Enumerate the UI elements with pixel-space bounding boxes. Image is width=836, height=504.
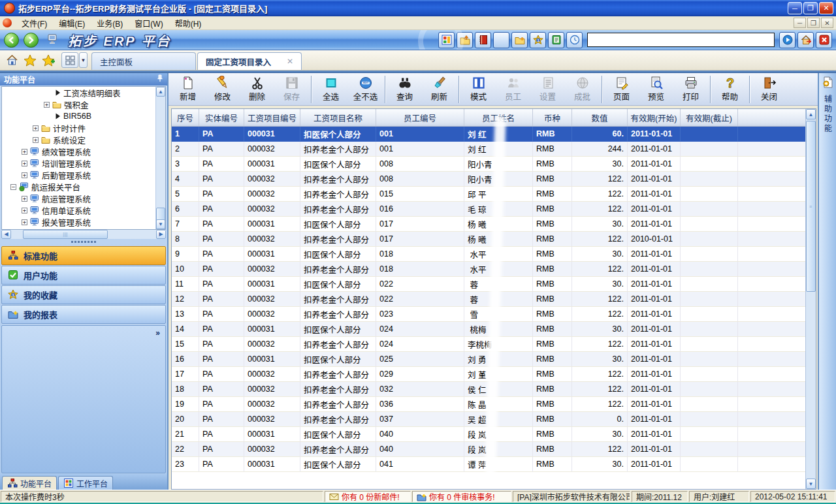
table-scroll-thumb[interactable]: ≡ (806, 121, 816, 292)
menu-item-帮助(H)[interactable]: 帮助(H) (169, 16, 208, 30)
tree-toggle-expand-icon[interactable]: + (22, 161, 27, 166)
tree-item-系统设定[interactable]: +系统设定 (2, 134, 165, 146)
table-row[interactable]: 9PA000031扣医保个人部分018 水平RMB30.2011-01-01 (172, 247, 816, 262)
tree-item-报关管理系统[interactable]: +报关管理系统 (2, 216, 165, 228)
tree-item-航运报关平台[interactable]: −航运报关平台 (2, 181, 165, 193)
home-icon[interactable] (4, 52, 20, 68)
menu-item-文件(F)[interactable]: 文件(F) (16, 16, 53, 30)
nav-go-icon[interactable] (779, 32, 796, 48)
tree-toggle-expand-icon[interactable]: + (22, 196, 27, 202)
table-row[interactable]: 21PA000031扣医保个人部分040段 岚RMB30.2011-01-01 (172, 427, 816, 442)
scroll-down-icon[interactable]: ▼ (806, 479, 816, 489)
table-row[interactable]: 16PA000031扣医保个人部分025刘 勇RMB30.2011-01-01 (172, 352, 816, 367)
nav-folder-add-icon[interactable] (511, 32, 528, 48)
console-icon[interactable] (44, 31, 60, 47)
toolbar-button-刷新[interactable]: 刷新 (422, 74, 457, 104)
toolbar-button-删除[interactable]: 删除 (240, 74, 274, 104)
tree-item-培训管理系统[interactable]: +培训管理系统 (2, 157, 165, 169)
tree-toggle-expand-icon[interactable]: + (22, 208, 27, 213)
sidebar-panel-我的收藏[interactable]: 1我的收藏 (1, 285, 166, 304)
tab-layout-dropdown[interactable]: ▼ (79, 52, 88, 68)
mdi-close-button[interactable]: ✕ (821, 18, 833, 28)
toolbar-button-关闭[interactable]: 关闭 (752, 74, 786, 104)
column-header-实体编号[interactable]: 实体编号 (199, 109, 244, 126)
pin-icon[interactable] (157, 74, 163, 84)
nav-exit-icon[interactable] (816, 32, 832, 48)
toolbar-button-预览[interactable]: 预览 (639, 74, 673, 104)
forward-button[interactable] (24, 33, 39, 48)
tree-toggle-expand-icon[interactable]: + (22, 149, 27, 155)
tree-vertical-scrollbar[interactable]: ▲ ≡ ▼ (155, 87, 165, 229)
table-row[interactable]: 3PA000031扣医保个人部分008阳小青RMB30.2011-01-01 (172, 157, 816, 172)
nav-favorite-1-icon[interactable]: 1 (530, 32, 546, 48)
scroll-down-icon[interactable]: ▼ (156, 219, 165, 229)
tree-item-强积金[interactable]: +强积金 (2, 99, 165, 110)
column-header-有效期(截止)[interactable]: 有效期(截止) (681, 109, 738, 126)
column-header-工资项目名称[interactable]: 工资项目名称 (300, 109, 376, 126)
minimize-button[interactable]: ─ (788, 2, 802, 14)
bottom-tab-工作平台[interactable]: 工作平台 (58, 476, 113, 490)
table-row[interactable]: 20PA000032扣养老金个人部分037吴 超RMB0.2011-01-01 (172, 412, 816, 427)
tree-hscroll-thumb[interactable]: |||| (23, 230, 108, 239)
table-row[interactable]: 2PA000032扣养老金个人部分001刘 红RMB244.2011-01-01 (172, 142, 816, 157)
toolbar-button-查询[interactable]: 查询 (387, 74, 422, 104)
scroll-right-icon[interactable]: ▶ (156, 230, 166, 239)
table-row[interactable]: 4PA000032扣养老金个人部分008阳小青RMB122.2011-01-01 (172, 172, 816, 187)
table-row[interactable]: 18PA000032扣养老金个人部分032侯 仁RMB122.2011-01-0… (172, 382, 816, 397)
mdi-restore-button[interactable]: ❐ (807, 18, 820, 28)
table-row[interactable]: 5PA000032扣养老金个人部分015邱 平RMB122.2011-01-01 (172, 187, 816, 202)
tree-item-信用单证系统[interactable]: +信用单证系统 (2, 204, 165, 216)
search-input[interactable] (587, 33, 775, 47)
column-header-员工姓名[interactable]: 员工姓名 (464, 109, 533, 126)
tree-item-BIR56B[interactable]: BIR56B (2, 110, 165, 122)
column-header-有效期(开始)[interactable]: 有效期(开始) (628, 109, 681, 126)
bottom-tab-功能平台[interactable]: 功能平台 (2, 476, 57, 490)
column-header-数值[interactable]: 数值 (572, 109, 628, 126)
restore-button[interactable]: ❐ (803, 2, 818, 14)
tree-toggle-expand-icon[interactable]: + (33, 125, 39, 131)
table-row[interactable]: 22PA000032扣养老金个人部分040段 岚RMB122.2011-01-0… (172, 442, 816, 457)
sidebar-panel-我的报表[interactable]: 我的报表 (1, 305, 166, 324)
column-header-序号[interactable]: 序号 (172, 109, 199, 126)
menu-item-编辑(E)[interactable]: 编辑(E) (53, 16, 91, 30)
table-row[interactable]: 14PA000031扣医保个人部分024 桃梅RMB30.2011-01-01 (172, 322, 816, 337)
back-button[interactable] (4, 33, 19, 48)
table-row[interactable]: 17PA000032扣养老金个人部分029刘 堇RMB122.2011-01-0… (172, 367, 816, 382)
auxiliary-functions-strip[interactable]: 辅助功能 (818, 73, 836, 490)
column-header-blank[interactable] (738, 109, 806, 126)
nav-contacts-icon[interactable] (548, 32, 564, 48)
tree-toggle-collapse-icon[interactable]: − (10, 184, 16, 190)
table-row[interactable]: 11PA000031扣医保个人部分022 蓉RMB30.2011-01-01 (172, 277, 816, 292)
table-row[interactable]: 8PA000032扣养老金个人部分017杨 曦RMB122.2010-01-01 (172, 232, 816, 247)
toolbar-button-帮助[interactable]: ?帮助 (713, 74, 747, 104)
tab-close-icon[interactable]: ✕ (287, 57, 293, 66)
toolbar-button-页面[interactable]: 页面 (604, 74, 639, 104)
table-row[interactable]: 1PA000031扣医保个人部分001刘 红RMB60.2011-01-01 (172, 127, 816, 142)
column-header-币种[interactable]: 币种 (533, 109, 572, 126)
sidebar-panel-标准功能[interactable]: 标准功能 (1, 246, 166, 265)
tab-主控面板[interactable]: 主控面板 (91, 52, 196, 70)
table-vertical-scrollbar[interactable]: ▲ ≡ ▼ (805, 109, 816, 489)
toolbar-button-打印[interactable]: 打印 (673, 74, 708, 104)
column-header-员工编号[interactable]: 员工编号 (376, 109, 464, 126)
toolbar-button-新增[interactable]: 新增 (170, 74, 205, 104)
tree-item-航运管理系统[interactable]: +航运管理系统 (2, 193, 165, 204)
toolbar-button-修改[interactable]: 修改 (205, 74, 240, 104)
panel-overflow-area[interactable]: » (1, 325, 166, 474)
sidebar-splitter-handle[interactable] (0, 239, 167, 245)
table-row[interactable]: 7PA000031扣医保个人部分017杨 曦RMB30.2011-01-01 (172, 217, 816, 232)
nav-home-exit-icon[interactable] (797, 32, 814, 48)
table-row[interactable]: 12PA000032扣养老金个人部分022 蓉RMB122.2011-01-01 (172, 292, 816, 307)
nav-ledger-icon[interactable] (475, 32, 491, 48)
chevron-more-icon[interactable]: » (155, 328, 160, 338)
tree-horizontal-scrollbar[interactable]: ◀ |||| ▶ (1, 230, 166, 239)
scroll-up-icon[interactable]: ▲ (156, 87, 165, 97)
table-row[interactable]: 10PA000032扣养老金个人部分018 水平RMB122.2011-01-0… (172, 262, 816, 277)
table-row[interactable]: 15PA000032扣养老金个人部分024李桃梅RMB122.2011-01-0… (172, 337, 816, 352)
menu-item-业务(B)[interactable]: 业务(B) (91, 16, 129, 30)
toolbar-button-全选[interactable]: 全选 (314, 74, 348, 104)
tab-固定工资项目录入[interactable]: 固定工资项目录入✕ (197, 52, 302, 70)
toolbar-button-全不选[interactable]: EDIT全不选 (348, 74, 383, 104)
tab-layout-button[interactable] (61, 52, 78, 68)
mdi-minimize-button[interactable]: ─ (794, 18, 806, 28)
